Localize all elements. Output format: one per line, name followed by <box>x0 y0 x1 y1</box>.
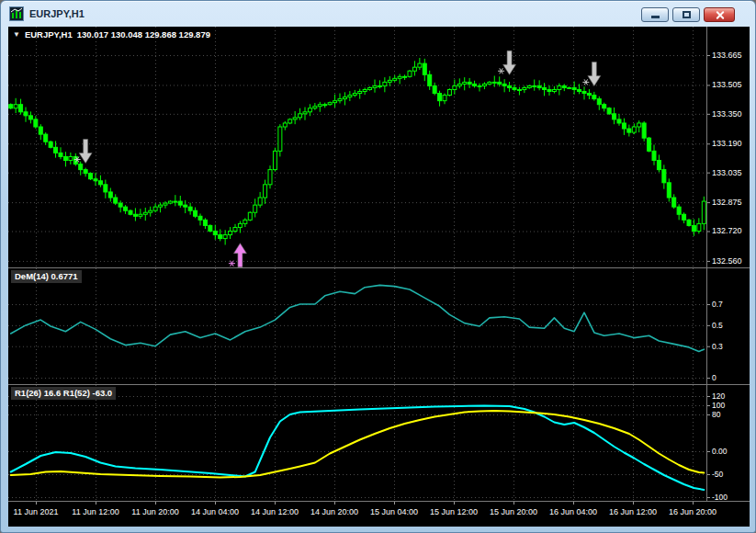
sell-arrow-icon[interactable] <box>498 51 516 74</box>
title-bar[interactable]: EURJPY,H1 <box>1 1 755 27</box>
candle-body <box>124 207 128 210</box>
candle-body <box>229 231 232 234</box>
minimize-button[interactable] <box>641 7 669 22</box>
candle <box>533 80 536 91</box>
r1-indicator-panel[interactable]: 120100800.00-50-100 R1(26) 16.6 R1(52) -… <box>8 385 750 501</box>
candle <box>114 194 118 205</box>
candle <box>457 78 461 88</box>
candle <box>323 103 327 108</box>
candle-body <box>642 123 646 138</box>
candle <box>39 124 42 140</box>
candle-body <box>543 87 547 89</box>
candle <box>313 103 317 110</box>
candle <box>438 91 442 107</box>
candle-body <box>19 105 23 112</box>
chart-client-area[interactable]: 133.665133.505133.350133.190133.035132.8… <box>8 27 750 527</box>
candle <box>153 203 157 212</box>
candle-body <box>398 76 401 78</box>
candle <box>254 198 257 217</box>
candle-body <box>318 105 322 107</box>
candle-body <box>373 85 377 87</box>
candle <box>333 95 337 108</box>
candle-body <box>433 85 436 93</box>
y-axis-label: -50 <box>712 470 724 479</box>
candle-body <box>9 105 13 108</box>
candle-body <box>209 225 212 231</box>
candle <box>697 218 701 233</box>
maximize-button[interactable] <box>672 7 700 22</box>
candle-body <box>652 151 656 160</box>
candle-body <box>243 220 247 223</box>
candle-body <box>613 114 616 119</box>
candle-body <box>194 210 197 216</box>
arrow-shape <box>79 140 92 164</box>
candle-body <box>174 201 177 202</box>
candle-body <box>617 119 621 123</box>
candle-body <box>168 201 172 203</box>
candle <box>592 92 596 101</box>
time-axis-canvas[interactable]: 11 Jun 202111 Jun 12:0011 Jun 20:0014 Ju… <box>8 502 750 527</box>
candle <box>418 58 422 70</box>
candle-body <box>428 74 432 85</box>
price-canvas[interactable]: 133.665133.505133.350133.190133.035132.8… <box>8 27 750 267</box>
candle <box>184 200 187 213</box>
sell-arrow-icon[interactable] <box>582 62 601 85</box>
candle <box>98 176 102 187</box>
candle <box>378 80 381 88</box>
candle <box>373 80 377 93</box>
candle-body <box>299 114 302 118</box>
candle <box>124 205 128 214</box>
candle-body <box>303 112 307 114</box>
candle-body <box>258 198 262 205</box>
candle <box>28 111 32 123</box>
candle-body <box>178 201 182 205</box>
candle-body <box>98 181 102 185</box>
candle <box>523 85 526 93</box>
candle-body <box>632 127 636 132</box>
y-axis-label: 100 <box>712 401 725 410</box>
candle-body <box>268 170 272 185</box>
candle <box>168 200 172 204</box>
candle <box>264 180 267 204</box>
candle <box>129 210 132 215</box>
candle <box>603 103 606 112</box>
time-axis[interactable]: 11 Jun 202111 Jun 12:0011 Jun 20:0014 Ju… <box>8 502 750 527</box>
price-panel[interactable]: 133.665133.505133.350133.190133.035132.8… <box>8 27 750 267</box>
candle <box>213 225 217 240</box>
candle <box>488 81 491 85</box>
candle <box>14 98 17 113</box>
y-axis-label: 0.3 <box>712 342 723 351</box>
candle-body <box>468 82 471 84</box>
candle-body <box>343 97 346 99</box>
candle-body <box>323 105 327 106</box>
dem-indicator-panel[interactable]: 0.70.50.30 DeM(14) 0.6771 <box>8 268 750 384</box>
time-axis-label: 15 Jun 20:00 <box>490 507 537 516</box>
candle-body <box>488 82 491 84</box>
candle <box>283 121 287 130</box>
candle <box>299 108 302 120</box>
r1-canvas[interactable]: 120100800.00-50-100 <box>8 385 750 501</box>
candle-body <box>353 94 356 96</box>
time-axis-label: 11 Jun 20:00 <box>131 507 178 516</box>
candle <box>388 76 391 86</box>
candle <box>63 152 67 166</box>
candle <box>683 212 686 223</box>
time-axis-label: 14 Jun 12:00 <box>251 507 299 516</box>
dem-canvas[interactable]: 0.70.50.30 <box>8 268 750 384</box>
candle <box>178 196 182 208</box>
candle-body <box>188 207 192 210</box>
window-controls <box>641 7 735 22</box>
close-button[interactable] <box>704 7 735 22</box>
time-axis-label: 11 Jun 2021 <box>14 507 59 516</box>
y-axis-label: 132.720 <box>712 226 742 235</box>
arrow-shape <box>233 244 246 267</box>
y-axis-label: 133.350 <box>712 109 742 119</box>
candle <box>194 208 197 219</box>
candle-body <box>408 71 412 76</box>
buy-arrow-icon[interactable] <box>229 244 247 267</box>
sell-arrow-icon[interactable] <box>74 140 93 164</box>
time-axis-label: 16 Jun 12:00 <box>609 507 657 516</box>
candle <box>607 108 611 116</box>
candle-body <box>672 198 676 207</box>
candle-body <box>572 87 576 89</box>
